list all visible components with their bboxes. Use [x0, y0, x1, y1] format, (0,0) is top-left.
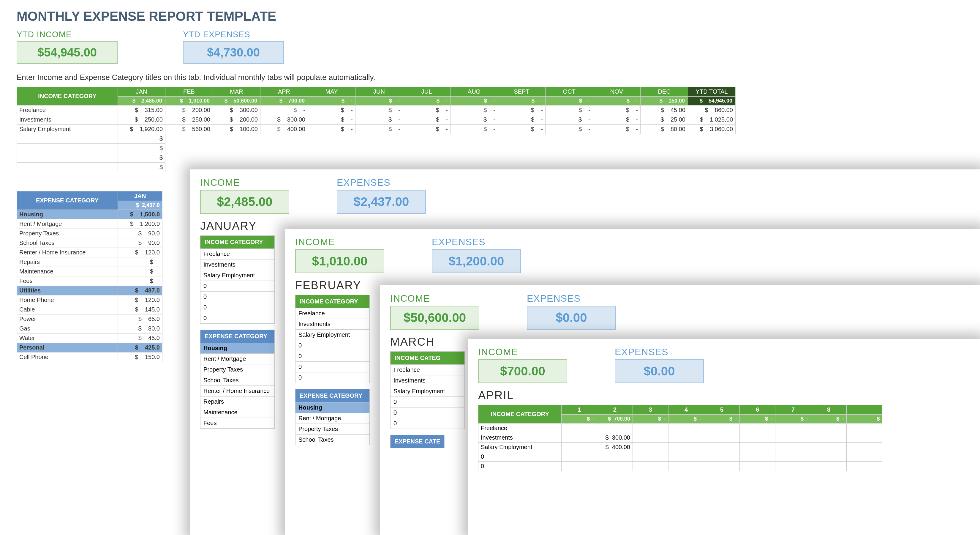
- april-income-table[interactable]: INCOME CATEGORY 12345678 $ -$ 700.00$ -$…: [478, 405, 882, 471]
- month-label-april: APRIL: [478, 389, 970, 402]
- ytd-income-label: YTD INCOME: [17, 30, 118, 39]
- ytd-total-header: YTD TOTAL: [688, 87, 736, 97]
- instruction-text: Enter Income and Expense Category titles…: [0, 64, 980, 87]
- ytd-income-value: $54,945.00: [17, 41, 118, 64]
- page-title: MONTHLY EXPENSE REPORT TEMPLATE: [0, 0, 980, 30]
- ytd-expense-value: $4,730.00: [183, 41, 284, 64]
- sheet-april[interactable]: INCOME$700.00 EXPENSES$0.00 APRIL INCOME…: [468, 339, 980, 535]
- income-category-table[interactable]: INCOME CATEGORY JANFEBMARAPRMAYJUNJULAUG…: [17, 87, 736, 172]
- expense-category-table[interactable]: EXPENSE CATEGORYJAN $ 2,437.0 Housing$ 1…: [17, 191, 162, 362]
- ytd-expense-label: YTD EXPENSES: [183, 30, 284, 39]
- ytd-kpi-row: YTD INCOME $54,945.00 YTD EXPENSES $4,73…: [0, 30, 980, 64]
- expense-category-header: EXPENSE CATEGORY: [17, 192, 118, 210]
- income-category-header: INCOME CATEGORY: [17, 87, 118, 105]
